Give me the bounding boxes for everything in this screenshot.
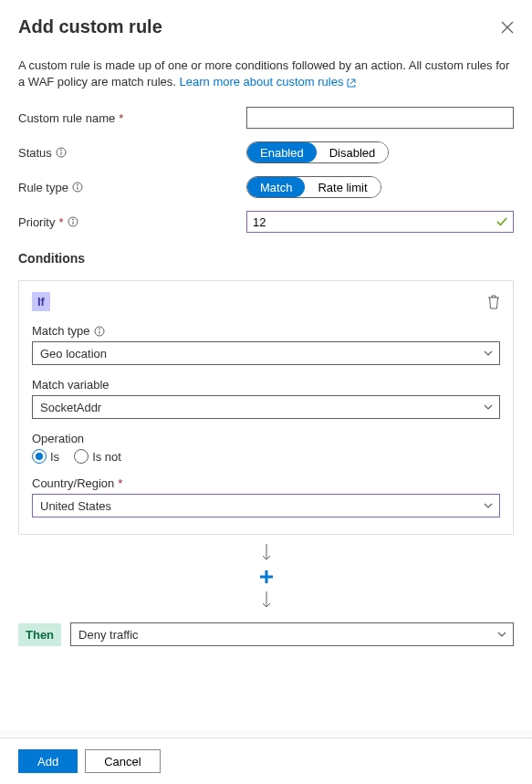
arrow-down-icon	[262, 544, 271, 562]
svg-point-13	[99, 329, 99, 329]
add-condition-button[interactable]	[259, 570, 274, 584]
svg-point-7	[77, 184, 78, 185]
required-mark: *	[118, 476, 122, 490]
condition-card: If Match type Geo location Match variabl…	[18, 280, 514, 535]
required-mark: *	[58, 215, 63, 229]
match-variable-label: Match variable	[32, 378, 110, 392]
chevron-down-icon	[496, 629, 507, 640]
info-icon[interactable]	[72, 182, 83, 193]
add-button[interactable]: Add	[18, 749, 78, 773]
info-icon[interactable]	[68, 216, 78, 227]
match-type-label: Match type	[32, 324, 90, 338]
status-disabled-option[interactable]: Disabled	[317, 142, 389, 162]
cancel-button[interactable]: Cancel	[85, 749, 160, 773]
name-label: Custom rule name	[18, 111, 115, 125]
priority-label: Priority	[18, 215, 55, 229]
info-icon[interactable]	[94, 326, 105, 337]
arrow-down-icon	[262, 591, 271, 610]
rule-type-label: Rule type	[18, 181, 68, 194]
checkmark-icon	[495, 215, 508, 228]
external-link-icon	[347, 78, 356, 88]
chevron-down-icon	[483, 348, 494, 359]
status-enabled-option[interactable]: Enabled	[247, 142, 317, 162]
name-input[interactable]	[246, 107, 514, 129]
svg-point-4	[60, 150, 61, 151]
rule-type-match-option[interactable]: Match	[247, 177, 305, 197]
page-title: Add custom rule	[18, 16, 162, 37]
rule-type-rate-limit-option[interactable]: Rate limit	[305, 177, 380, 197]
footer-bar: Add Cancel	[0, 737, 532, 784]
action-select[interactable]: Deny traffic	[70, 622, 514, 646]
rule-type-toggle[interactable]: Match Rate limit	[246, 176, 381, 198]
close-icon[interactable]	[501, 21, 514, 34]
match-variable-select[interactable]: SocketAddr	[32, 395, 500, 419]
description-block: A custom rule is made up of one or more …	[18, 57, 514, 90]
required-mark: *	[119, 111, 123, 125]
conditions-heading: Conditions	[18, 251, 514, 266]
if-tag: If	[32, 292, 50, 311]
operation-label: Operation	[32, 432, 84, 445]
svg-point-10	[72, 219, 73, 220]
operation-is-radio[interactable]: Is	[32, 449, 59, 464]
status-label: Status	[18, 146, 52, 160]
then-tag: Then	[18, 623, 61, 646]
priority-input[interactable]	[246, 211, 514, 233]
chevron-down-icon	[483, 500, 494, 511]
operation-is-not-radio[interactable]: Is not	[74, 449, 121, 464]
trash-icon[interactable]	[487, 295, 500, 309]
status-toggle[interactable]: Enabled Disabled	[246, 141, 389, 163]
info-icon[interactable]	[56, 147, 67, 158]
match-type-select[interactable]: Geo location	[32, 341, 500, 365]
learn-more-link[interactable]: Learn more about custom rules	[180, 75, 357, 89]
country-label: Country/Region	[32, 476, 114, 490]
chevron-down-icon	[483, 402, 494, 413]
country-select[interactable]: United States	[32, 494, 500, 517]
